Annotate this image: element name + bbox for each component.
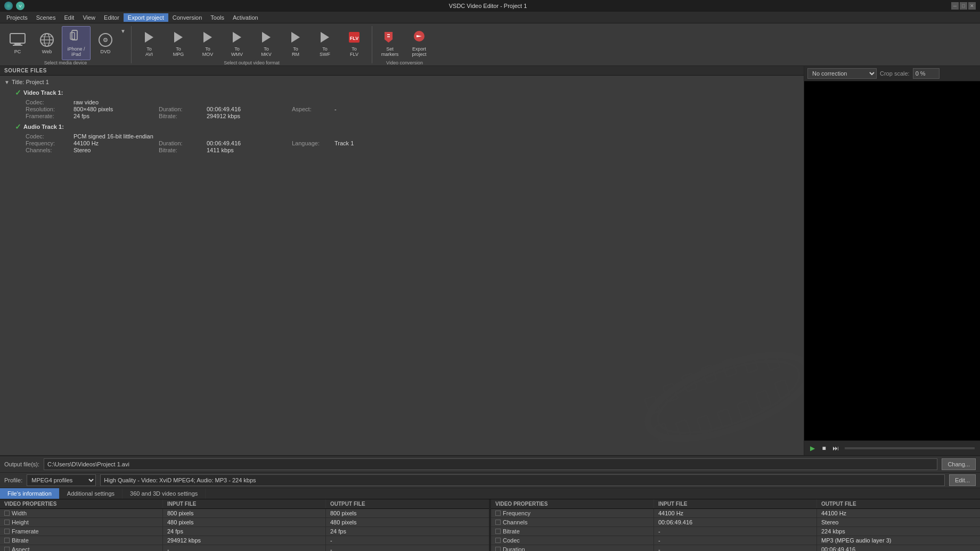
toolbar: PC Web [0, 23, 980, 66]
prop-name-cell: Bitrate [491, 527, 654, 536]
minimize-button[interactable]: ─ [951, 2, 959, 10]
pc-label: PC [14, 50, 21, 55]
prop-output-val: - [330, 546, 332, 551]
tab-files-info[interactable]: File's information [0, 488, 60, 499]
audio-dur-value: 00:06:49.416 [207, 140, 292, 146]
device-group-dropdown[interactable]: ▼ [120, 28, 126, 34]
svg-rect-37 [764, 352, 780, 371]
to-avi-button[interactable]: ToAVI [135, 26, 164, 60]
to-mkv-label: ToMKV [261, 47, 272, 57]
profile-description-input[interactable] [100, 474, 945, 486]
export-project-button[interactable]: Exportproject [405, 26, 434, 60]
table-row: Frequency 44100 Hz 44100 Hz [491, 509, 980, 518]
pc-button[interactable]: PC [3, 26, 32, 60]
tab-360-3d[interactable]: 360 and 3D video settings [123, 488, 206, 499]
prop-input-val: 800 pixels [167, 510, 194, 516]
menu-editor[interactable]: Editor [100, 13, 124, 22]
prop-checkbox[interactable] [495, 520, 501, 525]
preview-progress-bar[interactable] [845, 447, 975, 449]
profile-row: Profile: MPEG4 profiles Edit... [0, 473, 980, 488]
set-markers-icon [381, 29, 398, 46]
prop-checkbox[interactable] [4, 547, 10, 551]
to-wmv-button[interactable]: ToWMV [223, 26, 251, 60]
menu-projects[interactable]: Projects [2, 13, 32, 22]
video-props-col: VIDEO PROPERTIES [0, 499, 163, 508]
prop-checkbox[interactable] [495, 547, 501, 551]
prop-input-val: - [658, 537, 660, 544]
to-flv-button[interactable]: FLV ToFLV [340, 26, 369, 60]
crop-scale-label: Crop scale: [880, 70, 910, 77]
audio-channels-value: Stereo [74, 147, 159, 153]
audio-lang-label: Language: [292, 140, 334, 146]
stop-button[interactable]: ■ [819, 443, 829, 453]
crop-scale-input[interactable] [913, 68, 940, 79]
video-res-value: 800×480 pixels [74, 106, 159, 112]
menu-scenes[interactable]: Scenes [32, 13, 60, 22]
prop-checkbox[interactable] [495, 529, 501, 534]
prop-checkbox[interactable] [4, 520, 10, 525]
prop-checkbox[interactable] [495, 538, 501, 543]
prop-output-cell: 44100 Hz [817, 509, 980, 517]
conversion-group-label: Video conversion [375, 60, 434, 65]
window-title: VSDC Video Editor - Project 1 [24, 3, 951, 9]
web-icon [38, 31, 55, 48]
edit-button[interactable]: Edit... [949, 474, 976, 486]
prop-checkbox[interactable] [495, 511, 501, 516]
menu-activation[interactable]: Activation [228, 13, 263, 22]
tree-root[interactable]: ▼ Title: Project 1 [4, 78, 799, 86]
dvd-button[interactable]: DVD [91, 26, 120, 60]
close-button[interactable]: ✕ [968, 2, 976, 10]
menu-conversion[interactable]: Conversion [168, 13, 207, 22]
tab-additional[interactable]: Additional settings [60, 488, 123, 499]
to-rm-button[interactable]: ToRM [281, 26, 310, 60]
to-mpg-button[interactable]: ToMPG [164, 26, 193, 60]
prop-checkbox[interactable] [4, 511, 10, 516]
audio-check-icon: ✓ [15, 122, 21, 131]
set-markers-button[interactable]: Setmarkers [375, 26, 404, 60]
svg-point-30 [649, 347, 804, 448]
tree-collapse-icon[interactable]: ▼ [4, 79, 10, 85]
prop-name: Bitrate [503, 528, 520, 534]
prop-checkbox[interactable] [4, 538, 10, 543]
prop-input-val: 294912 kbps [167, 537, 201, 544]
prop-input-cell: 800 pixels [163, 509, 326, 517]
menu-export[interactable]: Export project [124, 13, 168, 22]
maximize-button[interactable]: □ [960, 2, 967, 10]
to-mkv-button[interactable]: ToMKV [252, 26, 281, 60]
change-button[interactable]: Chang... [942, 458, 976, 470]
web-button[interactable]: Web [32, 26, 61, 60]
step-forward-button[interactable]: ⏭ [831, 443, 840, 453]
profile-select[interactable]: MPEG4 profiles [27, 474, 96, 486]
table-row: Duration - 00:06:49.416 [491, 545, 980, 551]
correction-dropdown[interactable]: No correction Barrel distortion Pincushi… [807, 68, 877, 79]
audio-bitrate-label: Bitrate: [159, 147, 207, 153]
to-swf-button[interactable]: ToSWF [311, 26, 339, 60]
to-avi-icon [141, 29, 158, 46]
table-row: Aspect - - [0, 545, 489, 551]
video-codec-value: raw video [74, 99, 159, 105]
audio-lang-value: Track 1 [334, 140, 388, 146]
prop-output-val: 224 kbps [821, 528, 845, 534]
prop-name-cell: Framerate [0, 527, 163, 536]
prop-name: Frequency [503, 510, 530, 516]
iphone-ipad-button[interactable]: iPhone / iPad [62, 26, 91, 60]
video-output-col: OUTPUT FILE [326, 499, 489, 508]
prop-name-cell: Width [0, 509, 163, 517]
menu-view[interactable]: View [78, 13, 100, 22]
audio-codec-label: Codec: [26, 133, 74, 139]
prop-output-cell: 224 kbps [817, 527, 980, 536]
menu-edit[interactable]: Edit [60, 13, 78, 22]
prop-input-val: - [658, 546, 660, 551]
output-path-input[interactable] [44, 458, 937, 470]
sys-menu-icon[interactable]: V [16, 2, 24, 10]
prop-checkbox[interactable] [4, 529, 10, 534]
audio-codec-value: PCM signed 16-bit little-endian [74, 133, 388, 139]
prop-name-cell: Aspect [0, 545, 163, 551]
prop-input-val: 00:06:49.416 [658, 519, 692, 525]
tabs-row: File's information Additional settings 3… [0, 488, 980, 499]
play-button[interactable]: ▶ [807, 443, 817, 453]
preview-panel: No correction Barrel distortion Pincushi… [804, 66, 980, 455]
video-track-label: Video Track 1: [23, 89, 63, 96]
menu-tools[interactable]: Tools [206, 13, 228, 22]
to-mov-button[interactable]: ToMOV [193, 26, 222, 60]
